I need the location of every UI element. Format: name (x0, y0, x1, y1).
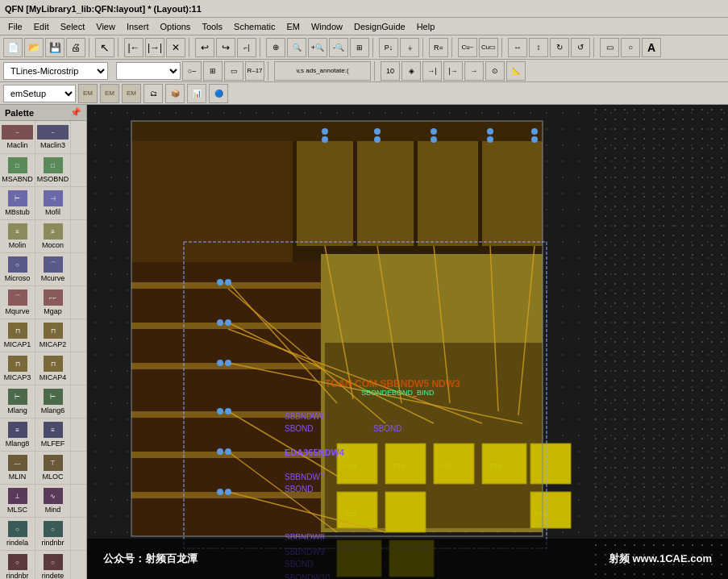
grid-btn[interactable]: ◈ (401, 61, 421, 81)
comp-tool-3[interactable]: ▭ (224, 61, 243, 81)
ruler-button[interactable]: R= (429, 38, 448, 57)
palette-item-mcurve[interactable]: ⌒ Mcurve (35, 253, 71, 285)
palette-item-mlang[interactable]: ⊢ Mlang (0, 385, 35, 418)
pad-label-p14: P14 (345, 462, 357, 469)
menu-designguide[interactable]: DesignGuide (349, 20, 410, 33)
comp-tool-2[interactable]: ⊞ (203, 61, 223, 81)
open-button[interactable]: 📂 (24, 38, 44, 57)
rotate-ccw-button[interactable]: ↺ (571, 38, 590, 57)
palette-item-maclin[interactable]: ~ Maclin (0, 121, 35, 153)
mirror-h-button[interactable]: ↔ (508, 38, 527, 57)
annotate-dropdown[interactable]: v,s ads_annotate:( (274, 61, 371, 81)
palette-item-mlang6[interactable]: ⊢ Mlang6 (35, 385, 71, 418)
insert-port-button[interactable]: P↓ (379, 38, 398, 57)
palette-item-mlang8[interactable]: ≡ Mlang8 (0, 419, 35, 451)
palette-item-mind[interactable]: ∿ Mind (35, 485, 71, 517)
palette-item-mgap[interactable]: ⌐⌐ Mgap (35, 286, 71, 319)
palette-label-mofil: Mofil (45, 208, 60, 216)
menu-options[interactable]: Options (155, 20, 195, 33)
palette-row-8: ⊓ MICAP3 ⊓ MICAP4 (0, 352, 86, 385)
select-button[interactable]: ↖ (95, 38, 114, 57)
pan-button[interactable]: ⊕ (266, 38, 285, 57)
component-dropdown[interactable] (116, 62, 181, 80)
move-right-button[interactable]: |→| (145, 38, 164, 57)
menu-window[interactable]: Window (306, 20, 347, 33)
palette-row-6: ⌒ Mqurve ⌐⌐ Mgap (0, 286, 86, 319)
circle-button[interactable]: ○ (621, 38, 640, 57)
palette-label-mbstub: MBstub (5, 208, 30, 216)
add-wire-button[interactable]: ⌐| (237, 38, 256, 57)
palette-item-mbstub[interactable]: ⊢ MBstub (0, 187, 35, 219)
zoom-fit-button[interactable]: ⊞ (350, 38, 369, 57)
align2-btn[interactable]: |→ (443, 61, 463, 81)
zoom-area-button[interactable]: 🔍 (287, 38, 306, 57)
em-btn-2[interactable]: EM (100, 84, 119, 103)
palette-item-micap2[interactable]: ⊓ MICAP2 (35, 319, 71, 352)
align3-btn[interactable]: → (464, 61, 484, 81)
palette-item-micap4[interactable]: ⊓ MICAP4 (35, 352, 71, 385)
palette-item-maclin3[interactable]: ~ Maclin3 (35, 121, 71, 153)
palette-item-mqurve[interactable]: ⌒ Mqurve (0, 286, 35, 319)
palette-item-mlsc[interactable]: ⊥ MLSC (0, 485, 35, 517)
palette-item-rindnbr[interactable]: ○ rindnbr (35, 518, 71, 550)
palette-item-rindnbr2[interactable]: ○ rindnbr (0, 551, 35, 579)
menu-schematic[interactable]: Schematic (229, 20, 280, 33)
palette-item-msobnd[interactable]: □ MSOBND (35, 154, 71, 186)
move-left-button[interactable]: |← (124, 38, 144, 57)
mirror-v-button[interactable]: ↕ (529, 38, 548, 57)
palette-item-micap3[interactable]: ⊓ MICAP3 (0, 352, 35, 385)
substrate-btn[interactable]: 📦 (165, 84, 185, 103)
palette-item-molin[interactable]: ≡ Molin (0, 220, 35, 252)
simulate-btn[interactable]: 🔵 (209, 84, 228, 103)
menu-select[interactable]: Select (56, 20, 90, 33)
copper-route-button[interactable]: Cu~ (458, 38, 477, 57)
text-button[interactable]: A (642, 38, 661, 57)
palette-item-mloc[interactable]: ⊤ MLOC (35, 452, 71, 484)
menu-edit[interactable]: Edit (29, 20, 54, 33)
menu-em[interactable]: EM (281, 20, 305, 33)
chart-btn[interactable]: 📊 (187, 84, 206, 103)
em-btn-1[interactable]: EM (78, 84, 98, 103)
palette-pin-icon[interactable]: 📌 (70, 107, 81, 118)
comp-tool-1[interactable]: ○– (182, 61, 202, 81)
menu-insert[interactable]: Insert (122, 20, 154, 33)
new-button[interactable]: 📄 (3, 38, 23, 57)
measure-btn[interactable]: 📐 (506, 61, 526, 81)
emsetup-dropdown[interactable]: emSetup (3, 85, 76, 102)
palette-item-mocon[interactable]: ≡ Mocon (35, 220, 71, 252)
rotate-cw-button[interactable]: ↻ (550, 38, 569, 57)
align1-btn[interactable]: →| (422, 61, 442, 81)
palette-item-rindete[interactable]: ○ rindete (35, 551, 71, 579)
tech-btn[interactable]: 🗂 (144, 84, 163, 103)
print-button[interactable]: 🖨 (66, 38, 85, 57)
copper-fill-button[interactable]: Cu▭ (479, 38, 498, 57)
pad-p21 (337, 492, 377, 528)
redo-button[interactable]: ↪ (216, 38, 235, 57)
palette-item-mofil[interactable]: ⊣ Mofil (35, 187, 71, 219)
palette-item-microso[interactable]: ○ Microso (0, 253, 35, 285)
zoom-out-button[interactable]: -🔍 (329, 38, 348, 57)
snap-btn[interactable]: 10 (381, 61, 400, 81)
ground-button[interactable]: ⏚ (400, 38, 419, 57)
layer-dropdown[interactable]: TLines-Microstrip (3, 62, 108, 80)
palette-scroll[interactable]: ~ Maclin ~ Maclin3 □ MSABND □ MSOBND (0, 121, 86, 579)
menu-file[interactable]: File (3, 20, 27, 33)
mlsc-icon: ⊥ (8, 488, 27, 504)
palette-item-rindela[interactable]: ○ rindela (0, 518, 35, 550)
palette-item-msabnd[interactable]: □ MSABND (0, 154, 35, 186)
canvas-area[interactable]: SBBNDW6 SBOND EDA365NDW4 SBOND SBBNDW7 S… (87, 105, 728, 579)
menu-tools[interactable]: Tools (197, 20, 227, 33)
zoom-in-button[interactable]: +🔍 (308, 38, 327, 57)
menu-help[interactable]: Help (412, 20, 440, 33)
em-btn-3[interactable]: EM (122, 84, 141, 103)
palette-item-micap1[interactable]: ⊓ MICAP1 (0, 319, 35, 352)
palette-item-mlfef[interactable]: ≡ MLFEF (35, 419, 71, 451)
undo-button[interactable]: ↩ (195, 38, 214, 57)
palette-item-mlin[interactable]: — MLIN (0, 452, 35, 484)
rectangle-button[interactable]: ▭ (600, 38, 619, 57)
delete-button[interactable]: ✕ (166, 38, 185, 57)
menu-view[interactable]: View (91, 20, 120, 33)
save-button[interactable]: 💾 (45, 38, 64, 57)
comp-tool-4[interactable]: R–17 (245, 61, 264, 81)
align4-btn[interactable]: ⊙ (485, 61, 505, 81)
